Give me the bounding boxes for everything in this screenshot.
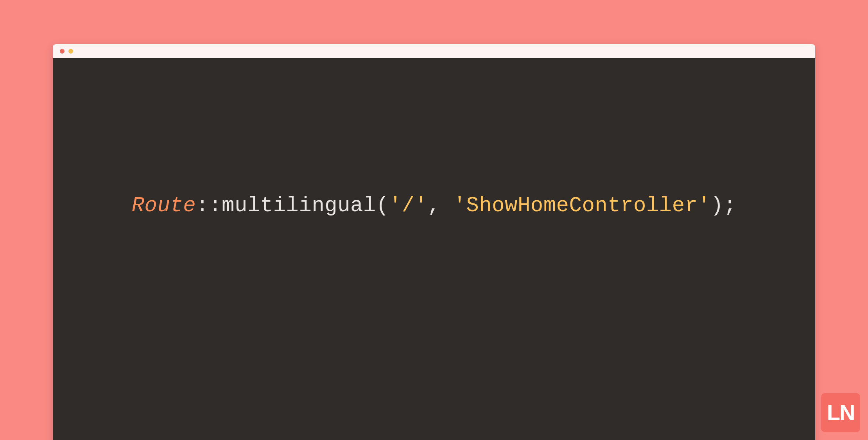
code-line: Route::multilingual('/', 'ShowHomeContro… — [132, 194, 737, 217]
token-arg1: '/' — [389, 194, 428, 217]
brand-logo: LN — [821, 393, 860, 432]
token-class: Route — [132, 194, 196, 217]
logo-text: LN — [827, 402, 855, 424]
maximize-icon[interactable] — [77, 49, 82, 54]
editor-content: Route::multilingual('/', 'ShowHomeContro… — [53, 58, 815, 440]
token-method: multilingual — [222, 194, 376, 217]
token-paren-open: ( — [376, 194, 389, 217]
token-comma: , — [428, 194, 454, 217]
minimize-icon[interactable] — [68, 49, 73, 54]
token-scope: :: — [196, 194, 222, 217]
token-paren-close: ) — [710, 194, 723, 217]
window-titlebar — [53, 44, 815, 58]
token-semicolon: ; — [723, 194, 736, 217]
editor-window: Route::multilingual('/', 'ShowHomeContro… — [53, 44, 815, 440]
token-arg2: 'ShowHomeController' — [453, 194, 710, 217]
close-icon[interactable] — [60, 49, 65, 54]
